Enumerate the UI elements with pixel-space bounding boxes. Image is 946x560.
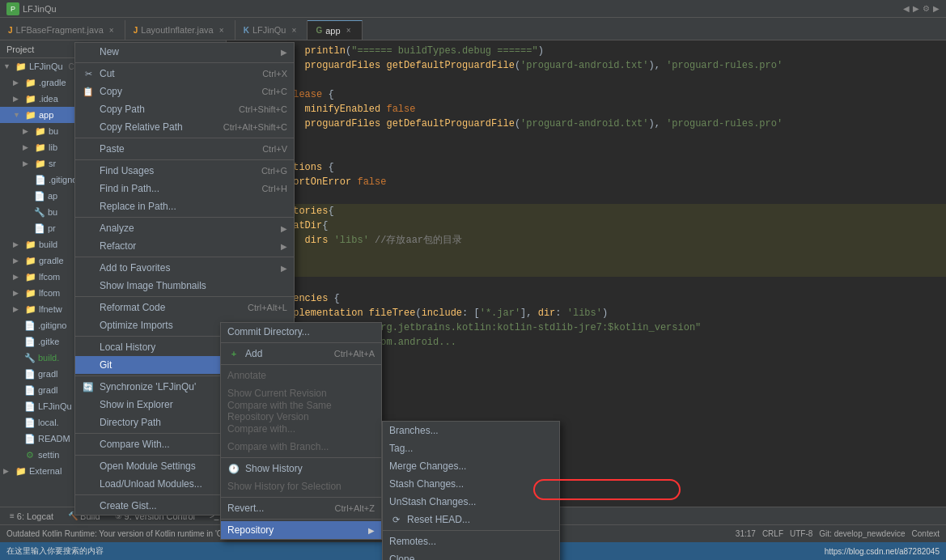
menu-item-add-favorites[interactable]: Add to Favorites ▶: [75, 259, 294, 277]
git-compare-same[interactable]: Compare with the Same Repository Version: [221, 402, 381, 420]
menu-item-reformat[interactable]: Reformat Code Ctrl+Alt+L: [75, 299, 294, 316]
git-compare-with[interactable]: Compare with...: [221, 420, 381, 438]
git-submenu: Commit Directory... + Add Ctrl+Alt+A Ann…: [220, 322, 382, 540]
file-icon: 📄: [24, 368, 36, 380]
git-add[interactable]: + Add Ctrl+Alt+A: [221, 345, 381, 363]
tree-label: pr: [48, 223, 56, 233]
repo-stash[interactable]: Stash Changes...: [383, 475, 559, 493]
menu-item-show-thumbnails[interactable]: Show Image Thumbnails: [75, 277, 294, 295]
arrow-icon: ▶: [23, 159, 32, 168]
folder-icon: 📁: [35, 142, 46, 153]
menu-item-find-in-path[interactable]: Find in Path... Ctrl+H: [75, 180, 294, 197]
repo-remotes[interactable]: Remotes...: [383, 532, 559, 550]
sync-icon: 🔄: [82, 380, 95, 393]
tab-label: 6: Logcat: [17, 511, 53, 521]
menu-item-new[interactable]: New ▶: [75, 43, 294, 61]
arrow-icon: ▶: [13, 240, 23, 248]
menu-separator: [75, 62, 294, 63]
file-icon: 📄: [35, 174, 46, 185]
menu-item-cut[interactable]: ✂ Cut Ctrl+X: [75, 65, 294, 83]
tab-lfbasefragment[interactable]: J LFBaseFragment.java ×: [0, 20, 125, 40]
code-line: repositories{: [227, 204, 946, 218]
tab-close-icon[interactable]: ×: [217, 25, 227, 35]
analyze-icon: [82, 222, 95, 235]
tab-icon: K: [244, 26, 249, 35]
repo-tag[interactable]: Tag...: [383, 439, 559, 457]
git-show-history-selection[interactable]: Show History for Selection: [221, 477, 381, 495]
tab-lfjinqu[interactable]: K LFJinQu ×: [235, 20, 308, 40]
menu-separator: [221, 342, 381, 343]
load-icon: [82, 477, 95, 490]
folder-icon: 📁: [35, 158, 46, 169]
file-icon: 📄: [24, 384, 36, 396]
repo-merge[interactable]: Merge Changes...: [383, 457, 559, 475]
tree-label: lfcom: [39, 272, 60, 282]
status-charset: UTF-8: [790, 529, 812, 538]
arrow-icon: ▶: [13, 305, 23, 313]
tab-layoutinflater[interactable]: J LayoutInflater.java ×: [125, 20, 235, 40]
menu-separator: [221, 519, 381, 520]
window-title: LFJinQu: [23, 4, 57, 14]
menu-separator: [75, 138, 294, 138]
repo-unstash[interactable]: UnStash Changes...: [383, 493, 559, 511]
arrow-icon: ▶: [13, 289, 23, 297]
nav-right-icon[interactable]: ▶: [913, 4, 919, 13]
folder-icon: 📁: [25, 77, 36, 88]
repo-reset-head[interactable]: ⟳ Reset HEAD...: [383, 511, 559, 528]
settings-icon[interactable]: ⚙: [923, 4, 930, 13]
tree-label: gradle: [39, 256, 64, 265]
tree-label: bu: [48, 207, 57, 217]
menu-item-copy-relative-path[interactable]: Copy Relative Path Ctrl+Alt+Shift+C: [75, 118, 294, 136]
menu-item-replace-path[interactable]: Replace in Path...: [75, 197, 294, 215]
tab-close-icon[interactable]: ×: [289, 25, 299, 35]
tree-label: lib: [49, 142, 57, 152]
menu-item-paste[interactable]: Paste Ctrl+V: [75, 140, 294, 158]
favorites-icon: [82, 261, 95, 274]
arrow-icon: ▶: [23, 127, 32, 135]
tree-label: lfnetw: [39, 304, 62, 314]
tree-label: gradl: [38, 385, 57, 395]
menu-item-copy-path[interactable]: Copy Path Ctrl+Shift+C: [75, 100, 294, 118]
tab-close-icon[interactable]: ×: [107, 25, 117, 35]
tab-app[interactable]: G app ×: [308, 20, 362, 40]
repo-branches[interactable]: Branches...: [383, 422, 559, 439]
git-commit-dir[interactable]: Commit Directory...: [221, 323, 381, 341]
arrow-icon: ▼: [13, 111, 23, 119]
menu-separator: [221, 497, 381, 498]
folder-icon: 📁: [25, 255, 36, 266]
explorer-icon: [82, 398, 95, 411]
run-icon[interactable]: ▶: [933, 4, 940, 13]
tree-label: build: [39, 240, 57, 249]
tree-label: build.: [38, 353, 59, 363]
gist-icon: [82, 499, 95, 512]
nav-left-icon[interactable]: ◀: [903, 4, 910, 13]
menu-item-find-usages[interactable]: Find Usages Ctrl+G: [75, 162, 294, 180]
arrow-icon: ▶: [13, 257, 23, 265]
menu-separator: [221, 457, 381, 458]
arrow-icon: ▶: [13, 78, 23, 87]
tab-close-icon[interactable]: ×: [344, 26, 354, 36]
menu-item-refactor[interactable]: Refactor ▶: [75, 237, 294, 255]
menu-item-analyze[interactable]: Analyze ▶: [75, 219, 294, 237]
arrow-icon: ▶: [13, 273, 23, 281]
code-line: proguardFiles getDefaultProguardFile('pr…: [227, 58, 946, 73]
file-icon: 📄: [24, 401, 36, 412]
git-revert[interactable]: Revert... Ctrl+Alt+Z: [221, 499, 381, 517]
menu-item-copy[interactable]: 📋 Copy Ctrl+C: [75, 83, 294, 100]
refactor-icon: [82, 240, 95, 252]
git-compare-branch[interactable]: Compare with Branch...: [221, 438, 381, 456]
status-context: Context: [912, 529, 940, 538]
find-path-icon: [82, 182, 95, 195]
tree-label: .gradle: [39, 78, 66, 87]
file-icon: 📄: [24, 336, 36, 347]
git-show-history[interactable]: 🕐 Show History: [221, 460, 381, 477]
code-line: }: [227, 189, 946, 204]
tab-icon: J: [134, 26, 138, 35]
git-repository[interactable]: Repository ▶: [221, 521, 381, 539]
code-line: dependencies {: [227, 291, 946, 306]
copy-relative-icon: [82, 121, 95, 134]
repo-clone[interactable]: Clone...: [383, 550, 559, 560]
tab-logcat[interactable]: ≡ 6: Logcat: [3, 509, 60, 524]
menu-separator: [75, 159, 294, 160]
git-annotate[interactable]: Annotate: [221, 367, 381, 384]
